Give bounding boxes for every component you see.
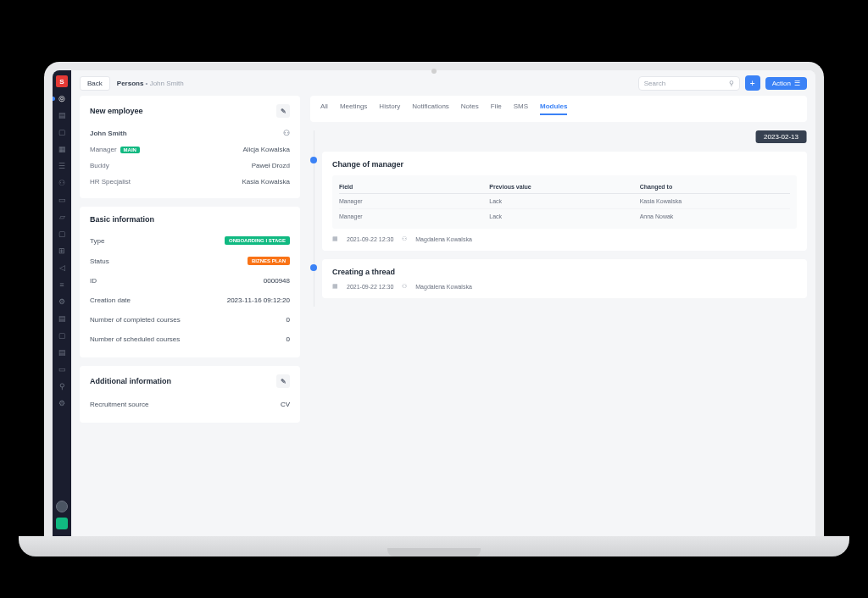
tab-notes[interactable]: Notes: [461, 102, 479, 115]
completed-value: 0: [287, 316, 290, 324]
breadcrumb-main[interactable]: Persons: [117, 80, 144, 87]
tab-notifications[interactable]: Notifications: [412, 102, 449, 115]
app-logo[interactable]: S: [56, 75, 68, 87]
td-changed: Anna Nowak: [640, 213, 790, 219]
change-table: Field Previous value Changed to Manager …: [332, 175, 797, 229]
meta-date: 2021-09-22 12:30: [347, 284, 393, 290]
timeline-dot: [310, 264, 317, 271]
breadcrumb-sub: John Smith: [150, 80, 184, 87]
action-button[interactable]: Action ☰: [765, 77, 807, 90]
status-indicator[interactable]: [56, 518, 68, 529]
content-area: New employee ✎ John Smith ⚇ ManagerMAIN …: [71, 96, 815, 536]
add-button[interactable]: +: [745, 75, 760, 91]
app-screen: S ◎ ▤ ▢ ▦ ☰ ⚇ ▭ ▱ ▢ ⊞ ◁ ≡ ⚙ ▤ ▢ ▤ ▭ ⚲ ⚙: [53, 70, 815, 536]
nav-icon-calendar[interactable]: ▢: [56, 228, 68, 240]
meta-date: 2021-09-22 12:30: [347, 236, 393, 242]
left-column: New employee ✎ John Smith ⚇ ManagerMAIN …: [80, 96, 300, 528]
role-value: Alicja Kowalska: [242, 146, 290, 153]
nav-icon-people[interactable]: ⚇: [56, 177, 68, 189]
date-value: 2023-11-16 09:12:20: [227, 296, 290, 304]
tab-file[interactable]: File: [491, 102, 502, 115]
user-avatar[interactable]: [56, 501, 68, 512]
nav-icon-building[interactable]: ▦: [56, 143, 68, 155]
timeline-title: Creating a thread: [332, 268, 797, 276]
tab-sms[interactable]: SMS: [514, 102, 528, 115]
basic-info-card: Basic information Type ONBOARDING I STAG…: [80, 207, 300, 357]
timeline-card: Change of manager Field Previous value C…: [322, 152, 807, 251]
nav-icon-briefcase[interactable]: ▭: [56, 194, 68, 206]
td-changed: Kasia Kowalska: [640, 198, 790, 204]
timeline-dot: [310, 157, 317, 163]
type-tag: ONBOARDING I STAGE: [225, 236, 290, 245]
nav-icon-doc[interactable]: ▤: [56, 346, 68, 358]
nav-icon-list[interactable]: ☰: [56, 160, 68, 172]
status-tag: BIZNES PLAN: [248, 257, 290, 265]
laptop-notch: [387, 548, 481, 556]
nav-sidebar: S ◎ ▤ ▢ ▦ ☰ ⚇ ▭ ▱ ▢ ⊞ ◁ ≡ ⚙ ▤ ▢ ▤ ▭ ⚲ ⚙: [53, 70, 71, 536]
nav-icon-monitor[interactable]: ▢: [56, 329, 68, 341]
employee-card-title: New employee: [90, 107, 143, 115]
tab-modules[interactable]: Modules: [540, 102, 567, 115]
nav-icon-chart[interactable]: ▤: [56, 109, 68, 121]
source-label: Recruitment source: [90, 401, 148, 408]
nav-icon-settings[interactable]: ⚙: [56, 296, 68, 307]
role-label: HR Specjalist: [90, 178, 131, 185]
timeline-item: Change of manager Field Previous value C…: [322, 152, 807, 251]
date-label: Creation date: [90, 296, 131, 304]
th-changed: Changed to: [640, 184, 790, 190]
search-icon: ⚲: [729, 80, 734, 87]
nav-icon-gear[interactable]: ⚙: [56, 397, 68, 409]
timeline-date: 2023-02-13: [755, 130, 807, 143]
menu-icon: ☰: [794, 80, 800, 87]
timeline-item: Creating a thread ▦ 2021-09-22 12:30 ⚇ M…: [322, 259, 807, 298]
action-label: Action: [772, 80, 791, 87]
employee-card: New employee ✎ John Smith ⚇ ManagerMAIN …: [80, 96, 300, 198]
basic-info-title: Basic information: [90, 215, 154, 224]
camera-dot: [431, 69, 437, 74]
right-column: All Meetings History Notifications Notes…: [310, 96, 807, 528]
nav-icon-layers[interactable]: ≡: [56, 279, 68, 291]
person-icon: ⚇: [283, 129, 290, 137]
completed-label: Number of completed courses: [90, 316, 181, 324]
topbar: Back Persons • John Smith Search ⚲ + Act…: [71, 70, 815, 96]
search-input[interactable]: Search ⚲: [638, 76, 740, 91]
source-value: CV: [281, 401, 290, 408]
role-value: Paweł Drozd: [252, 162, 290, 169]
nav-icon-dashboard[interactable]: ◎: [56, 92, 68, 104]
person-icon: ⚇: [402, 235, 407, 242]
meta-user: Magdalena Kowalska: [415, 284, 472, 290]
timeline-card: Creating a thread ▦ 2021-09-22 12:30 ⚇ M…: [322, 259, 807, 298]
td-prev: Lack: [489, 198, 639, 204]
nav-icon-send[interactable]: ◁: [56, 262, 68, 274]
laptop-frame: S ◎ ▤ ▢ ▦ ☰ ⚇ ▭ ▱ ▢ ⊞ ◁ ≡ ⚙ ▤ ▢ ▤ ▭ ⚲ ⚙: [44, 62, 824, 536]
timeline-title: Change of manager: [332, 160, 797, 169]
type-label: Type: [90, 237, 104, 245]
nav-icon-wallet[interactable]: ▭: [56, 363, 68, 375]
meta-user: Magdalena Kowalska: [415, 236, 472, 242]
edit-icon[interactable]: ✎: [276, 104, 290, 118]
td-prev: Lack: [489, 213, 639, 219]
person-icon: ⚇: [402, 283, 407, 290]
main-content: Back Persons • John Smith Search ⚲ + Act…: [71, 70, 815, 536]
tab-history[interactable]: History: [379, 102, 400, 115]
th-field: Field: [339, 184, 489, 190]
edit-icon[interactable]: ✎: [276, 374, 290, 388]
nav-icon-screen[interactable]: ▢: [56, 126, 68, 138]
id-value: 0000948: [264, 277, 290, 285]
back-button[interactable]: Back: [80, 76, 110, 91]
status-label: Status: [90, 257, 109, 265]
nav-icon-stack[interactable]: ▤: [56, 313, 68, 324]
additional-info-title: Additional information: [90, 377, 171, 385]
nav-icon-grid[interactable]: ⊞: [56, 245, 68, 257]
tab-meetings[interactable]: Meetings: [340, 102, 367, 115]
nav-icon-folder[interactable]: ▱: [56, 211, 68, 223]
id-label: ID: [90, 277, 97, 285]
tab-all[interactable]: All: [320, 102, 328, 115]
role-value: Kasia Kowalska: [242, 178, 290, 185]
search-placeholder: Search: [644, 80, 665, 87]
nav-icon-search[interactable]: ⚲: [56, 380, 68, 392]
td-field: Manager: [339, 198, 489, 204]
tabs: All Meetings History Notifications Notes…: [310, 96, 807, 122]
calendar-icon: ▦: [332, 235, 338, 242]
scheduled-label: Number of scheduled courses: [90, 335, 180, 343]
